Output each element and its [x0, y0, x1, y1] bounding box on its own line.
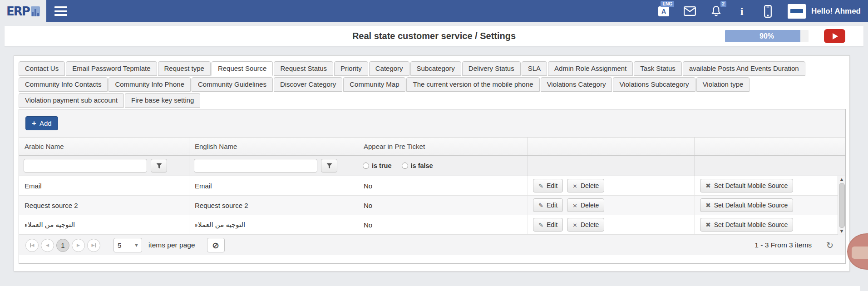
tab-request-source[interactable]: Request Source	[212, 61, 273, 76]
tab-sla[interactable]: SLA	[522, 61, 547, 76]
column-header-english-name: English Name	[189, 138, 358, 155]
tab-available-posts-and-events-duration[interactable]: available Posts And Events Duration	[683, 61, 805, 76]
last-page-button[interactable]: ▶	[87, 239, 100, 252]
tab-community-map[interactable]: Community Map	[343, 77, 405, 92]
tab-subcategory[interactable]: Subcategory	[410, 61, 461, 76]
english-name-filter-button[interactable]	[321, 159, 337, 173]
cell-arabic-name: Email	[19, 176, 189, 195]
button-label: Set Default Mobile Source	[714, 182, 788, 189]
edit-button[interactable]: ✎Edit	[533, 179, 563, 192]
add-button[interactable]: + Add	[25, 116, 58, 130]
cell-arabic-name: التوجيه من العملاء	[19, 215, 189, 234]
tab-request-type[interactable]: Request type	[158, 61, 211, 76]
cell-actions: ✎Edit×Delete	[528, 196, 695, 215]
mobile-icon[interactable]	[762, 4, 774, 19]
button-label: Delete	[581, 221, 599, 228]
is-false-radio[interactable]: is false	[402, 162, 433, 169]
x-icon: ✖	[705, 222, 711, 228]
play-icon	[833, 33, 838, 39]
tab-priority[interactable]: Priority	[334, 61, 368, 76]
pencil-icon: ✎	[538, 202, 543, 208]
edit-button[interactable]: ✎Edit	[533, 198, 563, 212]
english-name-filter-input[interactable]	[194, 159, 317, 173]
delete-button[interactable]: ×Delete	[567, 198, 604, 212]
tab-admin-role-assignment[interactable]: Admin Role Assignment	[548, 61, 633, 76]
scroll-thumb[interactable]	[839, 183, 845, 228]
button-label: Delete	[581, 202, 599, 209]
items-per-page-label: items per page	[148, 241, 195, 249]
tab-request-status[interactable]: Request Status	[274, 61, 333, 76]
pager-summary: 1 - 3 From 3 items	[755, 241, 812, 249]
column-header-pre-ticket: Appear in Pre Ticket	[358, 138, 528, 155]
page-size-value: 5	[118, 242, 135, 249]
cell-set-default: ✖Set Default Mobile Source	[695, 196, 845, 215]
scroll-down-icon[interactable]: ▼	[840, 228, 843, 234]
language-icon[interactable]: A ENG	[658, 4, 670, 19]
user-greeting: Hello! Ahmed	[811, 7, 861, 16]
tab-community-info-contacts[interactable]: Community Info Contacts	[19, 77, 108, 92]
hamburger-menu-icon[interactable]	[54, 6, 67, 16]
topbar-actions: A ENG 2 i Hello! Ahmed	[658, 4, 868, 19]
first-page-button[interactable]: ◀	[25, 239, 39, 252]
tab-violations-subcategory[interactable]: Violations Subcategory	[613, 77, 695, 92]
is-true-radio[interactable]: is true	[363, 162, 392, 169]
tab-row: Community Info ContactsCommunity Info Ph…	[19, 77, 845, 92]
x-icon: ×	[572, 183, 577, 189]
info-icon[interactable]: i	[736, 4, 748, 19]
arabic-name-filter-button[interactable]	[151, 159, 167, 173]
tab-row: Violation payment sub accountFire base k…	[19, 93, 845, 108]
tab-violation-type[interactable]: Violation type	[696, 77, 750, 92]
tab-fire-base-key-setting[interactable]: Fire base key setting	[125, 93, 200, 108]
tab-violation-payment-sub-account[interactable]: Violation payment sub account	[19, 93, 124, 108]
radio-icon	[402, 163, 408, 169]
user-menu[interactable]: Hello! Ahmed	[788, 4, 861, 19]
floating-widget-icon	[852, 247, 868, 259]
next-page-button[interactable]: ▶	[72, 239, 85, 252]
bell-icon[interactable]: 2	[710, 4, 722, 19]
progress-label: 90%	[725, 30, 809, 42]
tab-delivery-status[interactable]: Delivery Status	[462, 61, 521, 76]
video-play-button[interactable]	[824, 29, 845, 43]
page-1-button[interactable]: 1	[56, 239, 69, 252]
mail-icon[interactable]	[684, 4, 696, 19]
table-row: EmailEmailNo✎Edit×Delete✖Set Default Mob…	[19, 176, 845, 196]
button-label: Delete	[581, 182, 599, 189]
cancel-filter-button[interactable]: ⊘	[207, 238, 225, 252]
grid-vertical-scrollbar[interactable]: ▲ ▼	[838, 176, 845, 235]
tab-discover-category[interactable]: Discover Category	[274, 77, 342, 92]
tab-category[interactable]: Category	[369, 61, 409, 76]
chevron-down-icon: ▼	[135, 243, 138, 247]
refresh-icon[interactable]: ↻	[826, 241, 833, 250]
set-default-mobile-source-button[interactable]: ✖Set Default Mobile Source	[700, 218, 793, 232]
tab-violations-category[interactable]: Violations Category	[541, 77, 612, 92]
edit-button[interactable]: ✎Edit	[533, 218, 563, 232]
cell-set-default: ✖Set Default Mobile Source	[695, 176, 845, 195]
page-size-dropdown[interactable]: 5 ▼	[113, 238, 142, 252]
tabstrip: Contact UsEmail Password TepmlateRequest…	[19, 61, 845, 108]
erp-logo-text: ERP	[6, 5, 30, 18]
grid-filter-row: is true is false	[19, 156, 845, 176]
floating-widget-button[interactable]	[847, 233, 868, 270]
grid-header-row: Arabic Name English Name Appear in Pre T…	[19, 138, 845, 156]
previous-page-button[interactable]: ◀	[41, 239, 54, 252]
add-button-label: Add	[39, 119, 52, 127]
progress-bar: 90%	[725, 30, 809, 42]
cell-actions: ✎Edit×Delete	[528, 176, 695, 195]
set-default-mobile-source-button[interactable]: ✖Set Default Mobile Source	[700, 179, 793, 192]
delete-button[interactable]: ×Delete	[567, 179, 604, 192]
button-label: Edit	[547, 202, 557, 209]
arabic-name-filter-input[interactable]	[24, 159, 147, 173]
x-icon: ✖	[705, 182, 711, 189]
erp-logo[interactable]: ERP	[0, 0, 46, 22]
tab-email-password-tepmlate[interactable]: Email Password Tepmlate	[66, 61, 157, 76]
tab-community-info-phone[interactable]: Community Info Phone	[108, 77, 191, 92]
tab-task-status[interactable]: Task Status	[634, 61, 682, 76]
delete-button[interactable]: ×Delete	[567, 218, 604, 232]
radio-icon	[363, 163, 369, 169]
tab-the-current-version-of-the-mobile-phone[interactable]: The current version of the mobile phone	[406, 77, 539, 92]
tab-community-guidelines[interactable]: Community Guidelines	[192, 77, 273, 92]
funnel-icon	[326, 163, 332, 169]
scroll-up-icon[interactable]: ▲	[840, 177, 843, 182]
set-default-mobile-source-button[interactable]: ✖Set Default Mobile Source	[700, 198, 793, 212]
tab-contact-us[interactable]: Contact Us	[19, 61, 65, 76]
